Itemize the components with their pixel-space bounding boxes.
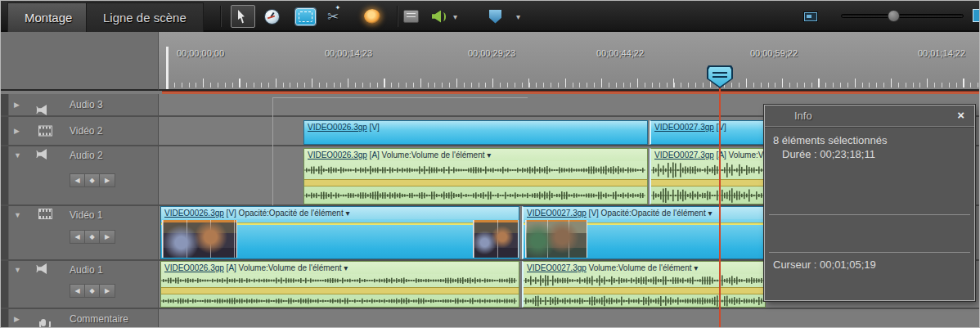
clip-frame-thumbnail <box>525 220 587 258</box>
sparkle-icon: ✦ <box>335 4 341 11</box>
track-label: Vidéo 1 <box>70 209 102 221</box>
clip-channel-tag: [V] <box>587 209 599 218</box>
video-clip-body <box>524 219 765 258</box>
chevron-down-icon: ▾ <box>453 12 457 21</box>
film-icon <box>38 209 52 219</box>
ruler-timecode: 00;00;44;22 <box>596 48 644 58</box>
keyframe-prev-button[interactable]: ◀ <box>70 231 85 243</box>
film-icon <box>38 126 52 137</box>
dropdown-caret-icon: ▾ <box>706 209 713 218</box>
selection-count-text: 8 éléments sélectionnés <box>773 134 887 146</box>
track-label: Commentaire <box>70 313 128 325</box>
zoom-out-button[interactable] <box>804 5 817 28</box>
clip[interactable]: VIDEO0027.3gp Volume:Volume de l'élément… <box>522 261 766 308</box>
time-ruler[interactable]: 00;00;00;0000;00;14;2300;00;29;2300;00;4… <box>159 32 979 91</box>
audio-waveform <box>524 274 764 287</box>
zoom-slider[interactable] <box>841 14 964 18</box>
volume-rubber-band[interactable] <box>524 287 765 294</box>
audio-waveform <box>651 186 764 204</box>
ruler-corner <box>1 32 159 91</box>
clip-effect-dropdown[interactable]: Volume:Volume de l'élément <box>587 263 692 272</box>
marker-dropdown[interactable]: ▾ <box>516 5 520 28</box>
playhead-marker-line <box>713 72 727 74</box>
clip-filename: VIDEO0027.3gp <box>527 209 587 218</box>
keyframe-next-button[interactable]: ▶ <box>100 231 115 243</box>
volume-rubber-band[interactable] <box>651 179 765 186</box>
tab-ligne-de-scene[interactable]: Ligne de scène <box>86 2 204 32</box>
properties-button[interactable] <box>403 5 419 28</box>
video-clip-body <box>161 219 519 258</box>
clip-filename: VIDEO0027.3gp <box>654 123 714 132</box>
keyframe-next-button[interactable]: ▶ <box>100 174 115 186</box>
ruler-timecode: 00;00;00;00 <box>177 48 224 58</box>
zoom-slider-thumb[interactable] <box>888 10 900 22</box>
dropdown-caret-icon: ▾ <box>691 263 698 272</box>
duration-text: Durée : 00;23;18;11 <box>782 148 875 160</box>
keyframe-nav: ◀◆▶ <box>70 230 115 244</box>
clip-frame-thumbnail <box>162 220 237 258</box>
clip-channel-tag: [A] <box>224 263 236 272</box>
selection-tool-button[interactable] <box>231 5 255 28</box>
track-collapse-toggle[interactable]: ▶ <box>14 315 20 323</box>
waveform-channel <box>651 161 765 179</box>
track-collapse-toggle[interactable]: ▶ <box>14 101 20 109</box>
keyframe-prev-button[interactable]: ◀ <box>70 285 85 297</box>
keyframe-prev-button[interactable]: ◀ <box>70 174 85 186</box>
time-stretch-tool-button[interactable] <box>264 5 280 28</box>
keyframe-nav: ◀◆▶ <box>70 173 115 187</box>
keyframe-next-button[interactable]: ▶ <box>100 285 115 297</box>
clip[interactable]: VIDEO0026.3gp [V] Opacité:Opacité de l'é… <box>160 206 519 259</box>
video-editor-timeline: Montage Ligne de scène ✂ ✦ ▾ <box>0 0 980 328</box>
keyframe-add-button[interactable]: ◆ <box>85 231 100 243</box>
ruler-timecode: 00;00;29;23 <box>468 48 515 58</box>
audio-waveform <box>161 294 517 308</box>
motion-tracking-tool-button[interactable] <box>364 5 380 28</box>
marker-menu-button[interactable] <box>489 5 501 28</box>
clip-effect-dropdown[interactable]: Opacité:Opacité de l'élément <box>599 209 706 218</box>
track-collapse-toggle[interactable]: ▼ <box>14 266 21 274</box>
dropdown-caret-icon: ▾ <box>344 209 350 218</box>
clip[interactable]: VIDEO0027.3gp [V] Opacité:Opacité de l'é… <box>522 206 766 259</box>
marker-icon <box>489 10 501 24</box>
zoom-in-icon[interactable] <box>973 9 979 22</box>
clip-filename: VIDEO0026.3gp <box>164 209 224 218</box>
waveform-channel <box>161 294 519 308</box>
keyframe-add-button[interactable]: ◆ <box>85 174 100 186</box>
track-collapse-toggle[interactable]: ▼ <box>14 151 21 160</box>
clip-effect-dropdown[interactable]: Opacité:Opacité de l'élément <box>236 209 344 218</box>
waveform-channel <box>651 186 765 204</box>
tab-montage[interactable]: Montage <box>7 2 89 32</box>
snap-toggle-button[interactable] <box>295 5 316 28</box>
clip[interactable]: VIDEO0027.3gp [V] <box>650 120 766 145</box>
clip-filename: VIDEO0026.3gp <box>164 263 224 272</box>
clip-channel-tag: [V] <box>224 209 236 218</box>
track-collapse-toggle[interactable]: ▼ <box>14 211 21 219</box>
volume-rubber-band[interactable] <box>161 287 519 294</box>
waveform-channel <box>161 274 519 287</box>
keyframe-add-button[interactable]: ◆ <box>85 285 100 297</box>
clip[interactable]: VIDEO0027.3gp [A] Volume:Volume de l'élé… <box>650 148 766 204</box>
ruler-timecode: 00;00;59;22 <box>750 48 798 58</box>
clip-effect-dropdown[interactable]: Volume:Volume de l'élément <box>236 263 342 272</box>
work-area-bar[interactable] <box>162 91 979 94</box>
audio-waveform <box>161 274 517 287</box>
waveform-channel <box>524 294 765 308</box>
smart-trim-tool-button[interactable]: ✂ ✦ <box>327 5 339 28</box>
clip-effect-dropdown[interactable]: Volume:Volume de l'élément <box>726 151 765 160</box>
audio-tools-dropdown[interactable]: ▾ <box>453 5 457 28</box>
snap-icon <box>295 8 316 25</box>
audio-waveform <box>651 161 764 179</box>
close-icon[interactable]: × <box>957 108 964 122</box>
zoom-out-icon <box>804 12 817 21</box>
panel-divider <box>769 214 970 215</box>
playhead-line[interactable] <box>719 79 721 328</box>
clock-icon <box>264 9 280 25</box>
clip-frame-thumbnail <box>473 220 519 258</box>
audio-tools-button[interactable] <box>432 5 446 28</box>
track-collapse-toggle[interactable]: ▶ <box>14 127 20 135</box>
track-row: ▶Commentaire <box>1 309 979 328</box>
waveform-channel <box>524 274 765 287</box>
clip[interactable]: VIDEO0026.3gp [A] Volume:Volume de l'élé… <box>160 261 519 308</box>
clip-filename: VIDEO0027.3gp <box>654 151 714 160</box>
panel-divider <box>765 126 974 127</box>
